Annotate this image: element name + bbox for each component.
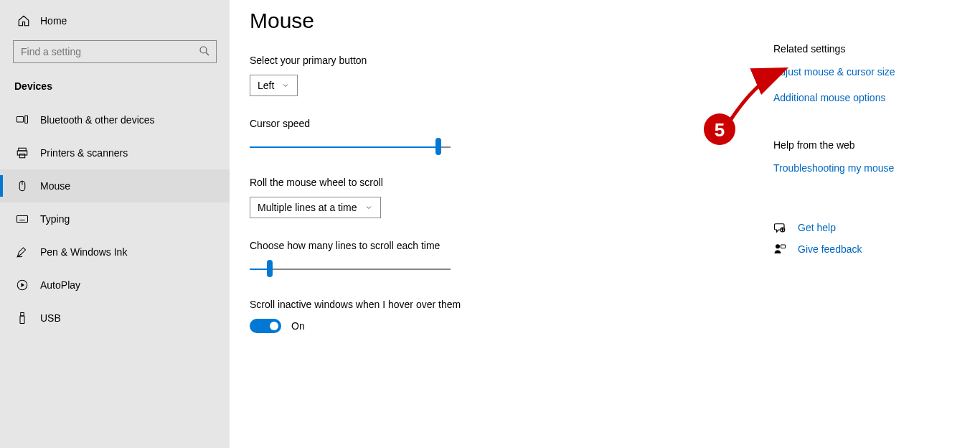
chat-help-icon: ? [773,221,786,234]
content-column: Mouse Select your primary button Left Cu… [250,9,709,448]
primary-button-dropdown[interactable]: Left [250,75,298,96]
svg-rect-3 [25,116,28,123]
devices-icon [16,113,29,126]
inactive-windows-setting: Scroll inactive windows when I hover ove… [250,299,709,333]
cursor-speed-slider[interactable] [250,138,451,155]
autoplay-icon [16,279,29,291]
home-label: Home [40,15,67,27]
help-web-section: Help from the web Troubleshooting my mou… [773,139,895,174]
nav-list: Bluetooth & other devices Printers & sca… [0,103,230,335]
scroll-wheel-setting: Roll the mouse wheel to scroll Multiple … [250,177,709,218]
cursor-speed-label: Cursor speed [250,118,709,129]
scroll-wheel-value: Multiple lines at a time [258,202,357,213]
right-column: Related settings Adjust mouse & cursor s… [709,9,895,448]
inactive-toggle[interactable] [250,319,281,333]
nav-label: Pen & Windows Ink [40,246,127,258]
nav-label: Mouse [40,180,70,192]
svg-rect-5 [17,151,27,155]
mouse-icon [16,179,29,192]
sidebar-section-title: Devices [0,76,230,103]
pen-icon [16,246,29,258]
search-icon [198,45,211,57]
slider-thumb[interactable] [267,260,273,277]
inactive-state: On [291,320,305,332]
link-additional-mouse-options[interactable]: Additional mouse options [773,92,895,103]
sidebar-item-bluetooth[interactable]: Bluetooth & other devices [0,103,230,136]
related-settings-section: Related settings Adjust mouse & cursor s… [773,43,895,103]
help-heading: Help from the web [773,139,895,151]
scroll-wheel-label: Roll the mouse wheel to scroll [250,177,709,188]
link-troubleshoot[interactable]: Troubleshooting my mouse [773,162,895,174]
svg-rect-18 [20,316,24,324]
nav-label: AutoPlay [40,279,80,291]
primary-button-setting: Select your primary button Left [250,55,709,96]
svg-rect-2 [17,117,24,123]
nav-label: Bluetooth & other devices [40,114,155,126]
search-input[interactable] [13,40,217,63]
link-get-help[interactable]: Get help [798,222,836,233]
toggle-knob [270,322,278,330]
primary-button-value: Left [258,80,274,91]
link-adjust-mouse-cursor[interactable]: Adjust mouse & cursor size [773,66,895,78]
lines-label: Choose how many lines to scroll each tim… [250,240,709,251]
usb-icon [16,312,29,325]
get-help-row[interactable]: ? Get help [773,221,895,234]
help-links: ? Get help Give feedback [773,221,895,256]
page-title: Mouse [250,9,709,33]
sidebar: Home Devices Bluetooth & other devices P… [0,0,230,448]
lines-slider[interactable] [250,260,451,277]
main: Mouse Select your primary button Left Cu… [230,0,980,448]
feedback-icon [773,243,786,256]
home-icon [17,14,30,27]
sidebar-item-usb[interactable]: USB [0,302,230,335]
sidebar-item-autoplay[interactable]: AutoPlay [0,269,230,302]
svg-point-0 [200,47,207,53]
slider-rail [250,269,451,270]
svg-rect-22 [781,245,786,248]
chevron-down-icon [281,81,290,90]
home-nav[interactable]: Home [0,9,230,34]
scroll-wheel-dropdown[interactable]: Multiple lines at a time [250,197,381,218]
primary-button-label: Select your primary button [250,55,709,66]
svg-marker-16 [22,283,25,287]
sidebar-item-printers[interactable]: Printers & scanners [0,136,230,169]
nav-label: USB [40,312,61,324]
lines-setting: Choose how many lines to scroll each tim… [250,240,709,277]
sidebar-item-mouse[interactable]: Mouse [0,169,230,202]
chevron-down-icon [364,203,373,212]
keyboard-icon [16,213,29,225]
svg-rect-17 [21,313,24,317]
slider-thumb[interactable] [435,138,441,155]
cursor-speed-setting: Cursor speed [250,118,709,155]
link-give-feedback[interactable]: Give feedback [798,243,862,255]
give-feedback-row[interactable]: Give feedback [773,243,895,256]
svg-rect-4 [19,148,27,151]
printer-icon [16,146,29,159]
nav-label: Printers & scanners [40,147,128,159]
inactive-label: Scroll inactive windows when I hover ove… [250,299,709,310]
svg-line-1 [206,52,209,55]
search-box [13,40,217,63]
nav-label: Typing [40,213,70,225]
sidebar-item-typing[interactable]: Typing [0,202,230,235]
svg-point-21 [776,244,780,248]
slider-fill [250,146,438,148]
svg-rect-9 [17,216,28,223]
related-heading: Related settings [773,43,895,55]
svg-rect-6 [19,154,25,158]
sidebar-item-pen[interactable]: Pen & Windows Ink [0,235,230,269]
